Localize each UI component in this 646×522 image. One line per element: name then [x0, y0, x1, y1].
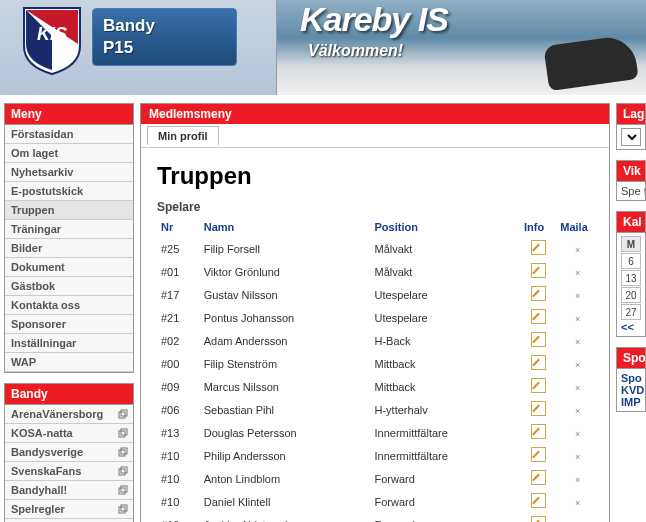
nav-item-e-postutskick[interactable]: E-postutskick — [5, 182, 133, 201]
cell-mail: × — [556, 260, 599, 283]
cell-position: Mittback — [371, 375, 520, 398]
nav-item-om-laget[interactable]: Om laget — [5, 144, 133, 163]
cell-position: Forward — [371, 490, 520, 513]
edit-icon[interactable] — [531, 424, 546, 439]
nav-item-kontakta-oss[interactable]: Kontakta oss — [5, 296, 133, 315]
link-item-kosa-natta[interactable]: KOSA-natta — [5, 424, 133, 443]
nav-item-wap[interactable]: WAP — [5, 353, 133, 372]
nav-item-truppen[interactable]: Truppen — [5, 201, 133, 220]
cell-info — [520, 467, 556, 490]
cell-position: Utespelare — [371, 306, 520, 329]
links-title: Bandy — [5, 384, 133, 405]
spo-item[interactable]: Spo — [621, 372, 641, 384]
cell-mail: × — [556, 513, 599, 522]
nav-item-sponsorer[interactable]: Sponsorer — [5, 315, 133, 334]
cell-info — [520, 444, 556, 467]
link-item-spelregler[interactable]: Spelregler — [5, 500, 133, 519]
cell-nr: #21 — [157, 306, 200, 329]
table-row: #06Sebastian PihlH-ytterhalv× — [157, 398, 599, 421]
team-line2: P15 — [103, 37, 226, 59]
external-link-icon — [118, 409, 128, 419]
edit-icon[interactable] — [531, 240, 546, 255]
team-panel[interactable]: Bandy P15 — [92, 8, 237, 66]
link-item-bandyhall-[interactable]: Bandyhall! — [5, 481, 133, 500]
link-item-svenskafans[interactable]: SvenskaFans — [5, 462, 133, 481]
nav-item-nyhetsarkiv[interactable]: Nyhetsarkiv — [5, 163, 133, 182]
cell-name: Gustav Nilsson — [200, 283, 371, 306]
cell-info — [520, 237, 556, 261]
svg-rect-1 — [119, 412, 125, 418]
link-item-bandysverige[interactable]: Bandysverige — [5, 443, 133, 462]
lag-panel: Lag P-1 — [616, 103, 646, 150]
cal-cell[interactable]: 27 — [621, 304, 641, 320]
nav-item-f-rstasidan[interactable]: Förstasidan — [5, 125, 133, 144]
cell-mail: × — [556, 306, 599, 329]
site-title: Kareby IS — [300, 0, 448, 39]
nav-item-g-stbok[interactable]: Gästbok — [5, 277, 133, 296]
cell-info — [520, 490, 556, 513]
external-link-icon — [118, 447, 128, 457]
cal-cell[interactable]: 13 — [621, 270, 641, 286]
cell-name: Filip Forsell — [200, 237, 371, 261]
cell-info — [520, 329, 556, 352]
cell-position: Forward — [371, 467, 520, 490]
edit-icon[interactable] — [531, 286, 546, 301]
table-row: #01Viktor GrönlundMålvakt× — [157, 260, 599, 283]
svg-text:KIS: KIS — [37, 24, 67, 44]
edit-icon[interactable] — [531, 332, 546, 347]
links-list: ArenaVänersborgKOSA-nattaBandysverigeSve… — [5, 405, 133, 522]
edit-icon[interactable] — [531, 378, 546, 393]
edit-icon[interactable] — [531, 309, 546, 324]
tab-min-profil[interactable]: Min profil — [147, 126, 219, 145]
spo-item[interactable]: KVD — [621, 384, 641, 396]
cell-nr: #09 — [157, 375, 200, 398]
cell-nr: #13 — [157, 421, 200, 444]
col-header-nr[interactable]: Nr — [157, 218, 200, 237]
cal-cell[interactable]: 6 — [621, 253, 641, 269]
edit-icon[interactable] — [531, 263, 546, 278]
cell-position: Forward — [371, 513, 520, 522]
spo-title: Spo — [617, 348, 645, 369]
nav-item-dokument[interactable]: Dokument — [5, 258, 133, 277]
club-logo: KIS — [22, 6, 82, 76]
svg-rect-4 — [121, 429, 127, 435]
cell-info — [520, 352, 556, 375]
cell-info — [520, 398, 556, 421]
edit-icon[interactable] — [531, 516, 546, 522]
edit-icon[interactable] — [531, 355, 546, 370]
col-header-position[interactable]: Position — [371, 218, 520, 237]
cal-cell[interactable]: 20 — [621, 287, 641, 303]
link-item-arenav-nersborg[interactable]: ArenaVänersborg — [5, 405, 133, 424]
col-header-info: Info — [520, 218, 556, 237]
edit-icon[interactable] — [531, 447, 546, 462]
spo-item[interactable]: IMP — [621, 396, 641, 408]
cell-mail: × — [556, 467, 599, 490]
edit-icon[interactable] — [531, 470, 546, 485]
kal-panel: Kal M 6132027 << — [616, 211, 646, 337]
col-header-name[interactable]: Namn — [200, 218, 371, 237]
edit-icon[interactable] — [531, 493, 546, 508]
table-row: #10Philip AnderssonInnermittfältare× — [157, 444, 599, 467]
svg-rect-12 — [121, 505, 127, 511]
table-row: #17Gustav NilssonUtespelare× — [157, 283, 599, 306]
content-area: Truppen Spelare Nr Namn Position Info Ma… — [141, 148, 609, 522]
nav-menu-list: FörstasidanOm lagetNyhetsarkivE-postutsk… — [5, 125, 133, 372]
nav-item-tr-ningar[interactable]: Träningar — [5, 220, 133, 239]
edit-icon[interactable] — [531, 401, 546, 416]
table-row: #10Joakim AhlstrandForward× — [157, 513, 599, 522]
svg-rect-7 — [119, 469, 125, 475]
nav-menu-panel: Meny FörstasidanOm lagetNyhetsarkivE-pos… — [4, 103, 134, 373]
cell-nr: #02 — [157, 329, 200, 352]
tab-row: Min profil — [141, 124, 609, 148]
main-panel: Medlemsmeny Min profil Truppen Spelare N… — [140, 103, 610, 522]
nav-item-bilder[interactable]: Bilder — [5, 239, 133, 258]
lag-select[interactable]: P-1 — [621, 128, 641, 146]
cell-name: Anton Lindblom — [200, 467, 371, 490]
cell-nr: #17 — [157, 283, 200, 306]
page-heading: Truppen — [157, 162, 599, 190]
nav-item-inst-llningar[interactable]: Inställningar — [5, 334, 133, 353]
cell-name: Adam Andersson — [200, 329, 371, 352]
cell-name: Douglas Petersson — [200, 421, 371, 444]
cal-prev[interactable]: << — [621, 321, 641, 333]
cell-position: Målvakt — [371, 237, 520, 261]
